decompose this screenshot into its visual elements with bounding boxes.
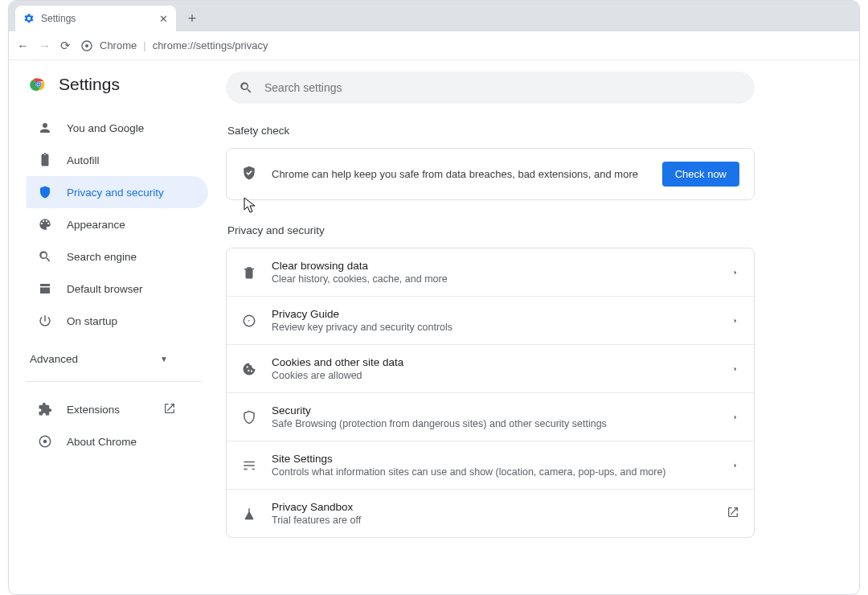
svg-point-7 [43, 440, 47, 444]
sidebar-nav: You and Google Autofill Privacy and secu… [27, 112, 208, 337]
sidebar-item-about-chrome[interactable]: About Chrome [27, 425, 187, 458]
svg-point-1 [85, 44, 88, 47]
search-settings-input[interactable] [264, 81, 742, 94]
address-bar[interactable]: Chrome | chrome://settings/privacy [80, 39, 268, 52]
content-area: Settings You and Google Autofill Privacy… [9, 60, 859, 594]
gear-icon [23, 13, 35, 24]
privacy-security-heading: Privacy and security [227, 224, 755, 236]
chevron-right-icon [731, 458, 739, 473]
sidebar-item-label: On startup [67, 315, 117, 327]
extensions-label: Extensions [67, 404, 120, 416]
row-title: Clear browsing data [272, 260, 717, 272]
omnibox-url: chrome://settings/privacy [153, 39, 268, 51]
site-info-icon [80, 39, 93, 52]
search-settings-bar[interactable] [226, 72, 755, 104]
chevron-down-icon: ▼ [160, 355, 168, 363]
flask-icon [241, 507, 257, 521]
sidebar-item-privacy-security[interactable]: Privacy and security [27, 176, 208, 208]
row-text: Privacy Sandbox Trial features are off [272, 501, 712, 526]
browser-toolbar: ← → ⟳ Chrome | chrome://settings/privacy [9, 31, 859, 60]
svg-point-5 [37, 83, 40, 86]
shield-check-icon [241, 165, 257, 184]
sidebar-item-you-and-google[interactable]: You and Google [27, 112, 208, 144]
sidebar-item-appearance[interactable]: Appearance [27, 208, 208, 240]
row-text: Cookies and other site data Cookies are … [272, 356, 717, 381]
row-privacy-sandbox[interactable]: Privacy Sandbox Trial features are off [227, 489, 754, 537]
row-subtitle: Safe Browsing (protection from dangerous… [272, 418, 717, 429]
open-external-icon [727, 506, 739, 522]
search-icon [38, 249, 52, 264]
check-now-button[interactable]: Check now [662, 162, 739, 187]
sidebar-item-label: Search engine [67, 251, 137, 263]
extension-icon [38, 402, 52, 416]
tune-icon [241, 458, 257, 473]
row-security[interactable]: Security Safe Browsing (protection from … [227, 392, 754, 441]
tab-title: Settings [41, 13, 76, 24]
sidebar-item-label: You and Google [67, 122, 144, 134]
sidebar-item-default-browser[interactable]: Default browser [27, 273, 208, 305]
row-subtitle: Review key privacy and security controls [272, 322, 717, 333]
row-text: Security Safe Browsing (protection from … [272, 404, 717, 429]
compass-icon [241, 314, 257, 328]
safety-check-heading: Safety check [227, 125, 755, 137]
row-text: Site Settings Controls what information … [272, 453, 717, 478]
row-title: Cookies and other site data [272, 356, 717, 368]
sidebar-item-autofill[interactable]: Autofill [27, 144, 208, 176]
browser-window: Settings ✕ + ← → ⟳ Chrome | chrome://set… [8, 0, 860, 595]
page-title: Settings [59, 75, 120, 94]
row-subtitle: Controls what information sites can use … [272, 466, 717, 478]
row-subtitle: Trial features are off [272, 515, 712, 526]
row-title: Site Settings [272, 453, 717, 465]
close-tab-icon[interactable]: ✕ [159, 13, 168, 25]
row-subtitle: Clear history, cookies, cache, and more [272, 273, 717, 285]
sidebar-item-label: Appearance [67, 219, 125, 231]
sidebar-item-label: Privacy and security [67, 187, 164, 199]
forward-button: → [39, 39, 51, 52]
row-privacy-guide[interactable]: Privacy Guide Review key privacy and sec… [227, 296, 754, 344]
shield-icon [241, 410, 257, 425]
chevron-right-icon [731, 410, 739, 425]
main-column: Safety check Chrome can help keep you sa… [218, 60, 859, 594]
omnibox-separator: | [143, 39, 145, 51]
palette-icon [38, 217, 52, 232]
row-text: Privacy Guide Review key privacy and sec… [272, 308, 717, 333]
privacy-security-card: Clear browsing data Clear history, cooki… [226, 248, 755, 538]
advanced-label: Advanced [30, 353, 78, 365]
reload-button[interactable]: ⟳ [60, 39, 71, 53]
row-clear-browsing-data[interactable]: Clear browsing data Clear history, cooki… [227, 248, 754, 296]
shield-icon [38, 185, 52, 199]
search-icon [239, 80, 253, 95]
about-label: About Chrome [67, 436, 137, 448]
sidebar-item-label: Default browser [67, 283, 143, 295]
tab-strip: Settings ✕ + [9, 1, 859, 31]
sidebar-item-on-startup[interactable]: On startup [27, 305, 208, 337]
sidebar-item-search-engine[interactable]: Search engine [27, 240, 208, 273]
sidebar-advanced-toggle[interactable]: Advanced ▼ [27, 348, 171, 370]
row-title: Security [272, 404, 717, 416]
clipboard-icon [38, 153, 52, 167]
row-subtitle: Cookies are allowed [272, 370, 717, 381]
row-cookies[interactable]: Cookies and other site data Cookies are … [227, 344, 754, 392]
safety-check-card: Chrome can help keep you safe from data … [226, 148, 755, 200]
row-title: Privacy Sandbox [272, 501, 712, 513]
omnibox-chip: Chrome [100, 39, 137, 51]
trash-icon [241, 265, 257, 280]
row-title: Privacy Guide [272, 308, 717, 320]
browser-tab-settings[interactable]: Settings ✕ [15, 6, 176, 31]
chrome-logo-icon [30, 76, 47, 93]
row-site-settings[interactable]: Site Settings Controls what information … [227, 441, 754, 489]
power-icon [38, 314, 52, 328]
sidebar-item-label: Autofill [67, 154, 100, 166]
chrome-outline-icon [38, 434, 52, 449]
sidebar: Settings You and Google Autofill Privacy… [9, 60, 218, 594]
row-text: Clear browsing data Clear history, cooki… [272, 260, 717, 285]
new-tab-button[interactable]: + [181, 7, 203, 30]
chevron-right-icon [731, 362, 739, 376]
window-icon [38, 281, 52, 296]
sidebar-divider [27, 381, 202, 382]
sidebar-item-extensions[interactable]: Extensions [27, 393, 187, 425]
open-external-icon [163, 402, 176, 417]
person-icon [38, 121, 52, 135]
back-button[interactable]: ← [17, 39, 29, 52]
safety-check-text: Chrome can help keep you safe from data … [272, 168, 648, 180]
